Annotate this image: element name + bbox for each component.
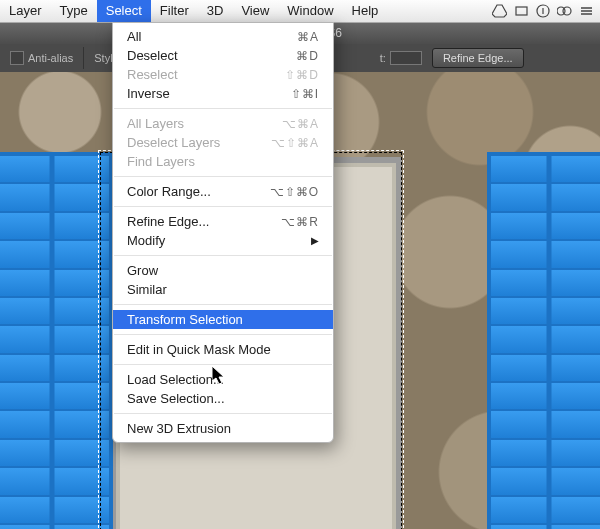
menu-item-label: Find Layers (127, 154, 319, 169)
dropbox-icon[interactable] (514, 4, 529, 18)
refine-edge-button[interactable]: Refine Edge... (432, 48, 524, 68)
menu-item-reselect: Reselect⇧⌘D (113, 65, 333, 84)
anti-alias-label: Anti-alias (28, 52, 73, 64)
menu-divider (114, 304, 332, 305)
menu-divider (114, 108, 332, 109)
menu-item-color-range[interactable]: Color Range...⌥⇧⌘O (113, 182, 333, 201)
menu-divider (114, 364, 332, 365)
svg-point-3 (563, 7, 571, 15)
menu-view[interactable]: View (232, 0, 278, 22)
menu-item-all-layers: All Layers⌥⌘A (113, 114, 333, 133)
menu-item-label: Save Selection... (127, 391, 319, 406)
menu-item-label: Reselect (127, 67, 285, 82)
menu-divider (114, 413, 332, 414)
menu-item-label: Similar (127, 282, 319, 297)
menu-divider (114, 255, 332, 256)
menu-divider (114, 334, 332, 335)
menubar-extras (492, 0, 594, 22)
menu-item-label: Load Selection... (127, 372, 319, 387)
menu-item-label: Modify (127, 233, 311, 248)
menu-item-refine-edge[interactable]: Refine Edge...⌥⌘R (113, 212, 333, 231)
mac-menubar: Layer Type Select Filter 3D View Window … (0, 0, 600, 23)
menu-item-transform-selection[interactable]: Transform Selection (113, 310, 333, 329)
menu-item-shortcut: ⌘D (296, 49, 319, 63)
menu-item-find-layers: Find Layers (113, 152, 333, 171)
menu-type[interactable]: Type (51, 0, 97, 22)
menu-item-load-selection[interactable]: Load Selection... (113, 370, 333, 389)
menu-item-modify[interactable]: Modify▶ (113, 231, 333, 250)
menu-item-new-3d-extrusion[interactable]: New 3D Extrusion (113, 419, 333, 438)
menu-item-similar[interactable]: Similar (113, 280, 333, 299)
menu-item-shortcut: ⇧⌘D (285, 68, 319, 82)
gdrive-icon[interactable] (492, 4, 507, 18)
photo-shutter-right (487, 152, 600, 529)
menu-item-label: Grow (127, 263, 319, 278)
menu-item-grow[interactable]: Grow (113, 261, 333, 280)
menu-divider (114, 176, 332, 177)
menu-filter[interactable]: Filter (151, 0, 198, 22)
truncated-label: t: (380, 52, 386, 64)
menu-item-deselect[interactable]: Deselect⌘D (113, 46, 333, 65)
svg-rect-1 (516, 7, 527, 15)
menu-layer[interactable]: Layer (0, 0, 51, 22)
pen-icon[interactable] (536, 4, 550, 18)
menu-item-deselect-layers: Deselect Layers⌥⇧⌘A (113, 133, 333, 152)
menu-item-shortcut: ⌥⌘A (282, 117, 319, 131)
menu-item-label: Refine Edge... (127, 214, 281, 229)
menu-3d[interactable]: 3D (198, 0, 233, 22)
menu-item-label: All (127, 29, 297, 44)
menu-item-shortcut: ⌥⇧⌘A (271, 136, 319, 150)
menu-item-edit-in-quick-mask-mode[interactable]: Edit in Quick Mask Mode (113, 340, 333, 359)
menu-item-shortcut: ⌘A (297, 30, 319, 44)
menu-item-inverse[interactable]: Inverse⇧⌘I (113, 84, 333, 103)
menu-select[interactable]: Select (97, 0, 151, 22)
separator (83, 47, 84, 69)
svg-marker-0 (492, 5, 507, 17)
menu-item-label: Transform Selection (127, 312, 319, 327)
submenu-arrow-icon: ▶ (311, 235, 319, 246)
menu-window[interactable]: Window (278, 0, 342, 22)
cc-icon[interactable] (557, 4, 572, 18)
menu-item-label: Inverse (127, 86, 291, 101)
menu-item-all[interactable]: All⌘A (113, 27, 333, 46)
menu-item-save-selection[interactable]: Save Selection... (113, 389, 333, 408)
menu-help[interactable]: Help (343, 0, 388, 22)
menu-item-shortcut: ⌥⇧⌘O (270, 185, 319, 199)
select-menu-dropdown: All⌘ADeselect⌘DReselect⇧⌘DInverse⇧⌘IAll … (112, 22, 334, 443)
menu-item-shortcut: ⌥⌘R (281, 215, 319, 229)
menu-icon[interactable] (579, 4, 594, 18)
menu-item-label: Edit in Quick Mask Mode (127, 342, 319, 357)
photo-shutter-left (0, 152, 113, 529)
menu-divider (114, 206, 332, 207)
checkbox-icon (10, 51, 24, 65)
menu-item-label: All Layers (127, 116, 282, 131)
menu-item-label: New 3D Extrusion (127, 421, 319, 436)
menu-item-shortcut: ⇧⌘I (291, 87, 319, 101)
menu-item-label: Color Range... (127, 184, 270, 199)
truncated-field[interactable] (390, 51, 422, 65)
menu-item-label: Deselect Layers (127, 135, 271, 150)
menu-item-label: Deselect (127, 48, 296, 63)
anti-alias-checkbox[interactable]: Anti-alias (10, 51, 73, 65)
